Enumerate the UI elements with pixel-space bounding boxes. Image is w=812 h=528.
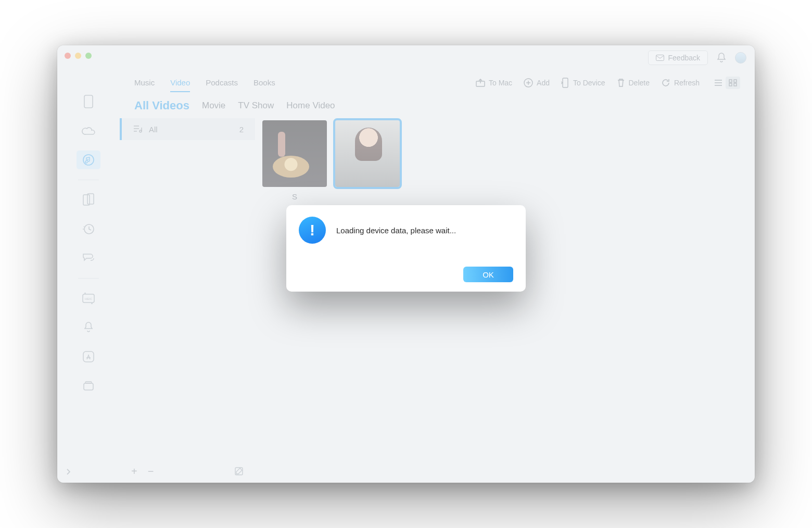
ok-button[interactable]: OK [463,267,513,282]
modal-backdrop: ! Loading device data, please wait... OK [57,45,755,483]
info-icon: ! [299,217,326,244]
app-window: Feedback HEIC [57,45,755,483]
loading-dialog: ! Loading device data, please wait... OK [286,205,526,292]
dialog-message: Loading device data, please wait... [336,226,456,235]
